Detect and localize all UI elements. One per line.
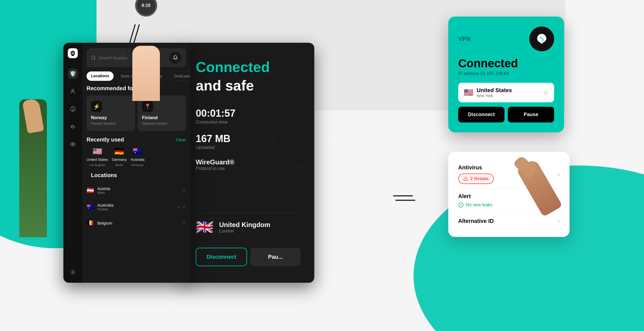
belgium-name: Belgium [97, 221, 179, 225]
vpn-card-country: United States [477, 87, 540, 94]
alt-id-chevron[interactable]: › [558, 218, 560, 224]
location-belgium[interactable]: 🇧🇪 Belgium ☆ [87, 215, 186, 231]
threats-count: 2 threats [470, 176, 489, 181]
connected-panel: Connected and safe 00:01:57 Connection t… [182, 43, 314, 283]
vpn-card-ip: IP address 62.197.149.69 [458, 71, 554, 76]
recent-items: 🇺🇸 United States Los Angeles 🇩🇪 Germany … [82, 147, 190, 172]
recently-used-header: Recently used Clear [82, 137, 190, 147]
check-circle-icon [458, 202, 464, 208]
card-pause-button[interactable]: Pause [508, 107, 554, 122]
svg-line-16 [94, 58, 95, 59]
vpn-card: VPN Connected IP address 62.197.149.69 🇺… [448, 17, 564, 132]
sidebar-icon-settings[interactable] [68, 267, 78, 277]
norway-icon: ⚡ [91, 101, 102, 112]
austria-sub: Wien [97, 191, 179, 195]
au-country: Australia [131, 158, 145, 162]
svg-point-18 [465, 180, 466, 180]
alert-label: Alert [458, 193, 492, 199]
vpn-card-label: VPN [458, 35, 471, 42]
au-city: Brisbane [132, 163, 143, 167]
au-flag: 🇦🇺 [133, 147, 142, 156]
sidebar-icon-eye[interactable] [68, 139, 78, 149]
svg-point-12 [73, 110, 73, 110]
de-flag: 🇩🇪 [114, 147, 124, 156]
australia-star[interactable]: ☆ [182, 204, 186, 210]
sidebar-icon-alert[interactable] [68, 104, 78, 114]
australia-info: Australia Fastest [97, 203, 175, 211]
us-country: United States [87, 158, 108, 162]
recently-used-title: Recently used [87, 137, 124, 143]
locations-section: Locations 🇦🇹 Austria Wien ☆ 🇦🇺 Australia… [82, 172, 190, 231]
finland-name: Finland [142, 115, 181, 120]
locations-title: Locations [87, 172, 186, 182]
svg-point-9 [72, 89, 74, 91]
deco-circle-2 [273, 112, 328, 167]
australia-sub: Fastest [97, 207, 175, 211]
location-australia[interactable]: 🇦🇺 Australia Fastest › ☆ [87, 199, 186, 215]
svg-point-13 [72, 143, 74, 145]
squiggle-right [393, 193, 415, 204]
belgium-actions: ☆ [182, 220, 186, 226]
connected-location: 🇬🇧 United Kingdom London [196, 213, 300, 241]
vpn-card-location[interactable]: 🇺🇸 United States New York ☆ [458, 83, 554, 102]
austria-name: Austria [97, 186, 179, 191]
de-country: Germany [112, 158, 127, 162]
recent-item-au[interactable]: 🇦🇺 Australia Brisbane [131, 147, 145, 167]
svg-point-8 [73, 53, 73, 54]
finland-sub: Nearest country [142, 121, 181, 126]
vpn-card-status: Connected [458, 57, 554, 70]
austria-star[interactable]: ☆ [182, 188, 186, 193]
tab-dedicated[interactable]: Dedicated [169, 71, 190, 81]
notification-bell[interactable] [169, 52, 181, 64]
connected-title: Connected [196, 59, 300, 75]
rec-card-norway[interactable]: ⚡ Norway Fastest location [87, 95, 135, 131]
norway-sub: Fastest location [91, 121, 130, 126]
antivirus-chevron[interactable]: › [558, 171, 560, 177]
surfshark-logo [529, 26, 554, 51]
app-sidebar: 🛡️ [63, 43, 82, 283]
vpn-card-location-info: United States New York [477, 87, 540, 98]
search-icon [91, 55, 96, 60]
austria-actions: ☆ [182, 188, 186, 193]
austria-flag: 🇦🇹 [87, 187, 94, 194]
clear-button[interactable]: Clear [176, 137, 186, 142]
sidebar-icon-user[interactable] [68, 86, 78, 96]
finland-icon: 📍 [142, 101, 153, 112]
pause-button[interactable]: Pau... [250, 248, 300, 266]
location-austria[interactable]: 🇦🇹 Austria Wien ☆ [87, 182, 186, 199]
australia-expand[interactable]: › [178, 205, 179, 210]
vpn-card-actions: Disconnect Pause [458, 107, 554, 122]
norway-name: Norway [91, 115, 130, 120]
connected-subtitle: and safe [196, 77, 300, 94]
connected-flag: 🇬🇧 [196, 219, 214, 236]
wrist-decoration: 6:10 [132, 0, 160, 101]
sidebar-icon-shield[interactable]: 🛡️ [68, 69, 78, 79]
favorite-button[interactable]: ☆ [543, 89, 549, 96]
sidebar-icon-bug[interactable] [68, 122, 78, 132]
connected-location-info: United Kingdom London [219, 221, 300, 234]
vpn-card-flag: 🇺🇸 [464, 88, 473, 97]
app-logo [68, 48, 78, 58]
recommended-grid: ⚡ Norway Fastest location 📍 Finland Near… [82, 95, 190, 137]
disconnect-button[interactable]: Disconnect [196, 248, 247, 266]
svg-point-14 [72, 271, 74, 273]
tab-locations[interactable]: Locations [87, 71, 114, 81]
austria-info: Austria Wien [97, 186, 179, 195]
belgium-info: Belgium [97, 221, 179, 225]
australia-actions: › ☆ [178, 204, 186, 210]
warning-icon [463, 176, 468, 181]
threats-badge[interactable]: 2 threats [458, 173, 494, 184]
action-buttons: Disconnect Pau... [196, 248, 300, 266]
antivirus-label: Antivirus [458, 164, 494, 171]
australia-name: Australia [97, 203, 175, 207]
card-disconnect-button[interactable]: Disconnect [458, 107, 505, 122]
no-leaks-badge: No new leaks [458, 202, 492, 208]
belgium-star[interactable]: ☆ [182, 220, 186, 226]
svg-point-15 [92, 56, 95, 59]
australia-flag: 🇦🇺 [87, 204, 94, 211]
connected-country: United Kingdom [219, 221, 300, 229]
no-leaks-text: No new leaks [466, 202, 492, 207]
alt-id-label: Alternative ID [458, 218, 494, 224]
recent-item-us[interactable]: 🇺🇸 United States Los Angeles [87, 147, 108, 167]
recent-item-de[interactable]: 🇩🇪 Germany Berlin [112, 147, 127, 167]
